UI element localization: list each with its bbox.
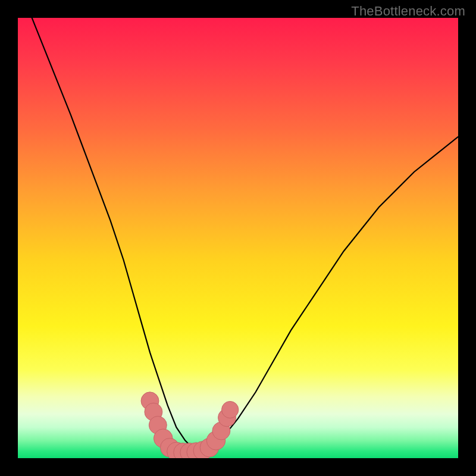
plot-area	[18, 18, 458, 458]
plot-svg	[18, 18, 458, 458]
gradient-background	[18, 18, 458, 458]
outer-frame: TheBottleneck.com	[0, 0, 476, 476]
highlight-marker	[222, 401, 239, 418]
watermark-text: TheBottleneck.com	[351, 4, 465, 19]
